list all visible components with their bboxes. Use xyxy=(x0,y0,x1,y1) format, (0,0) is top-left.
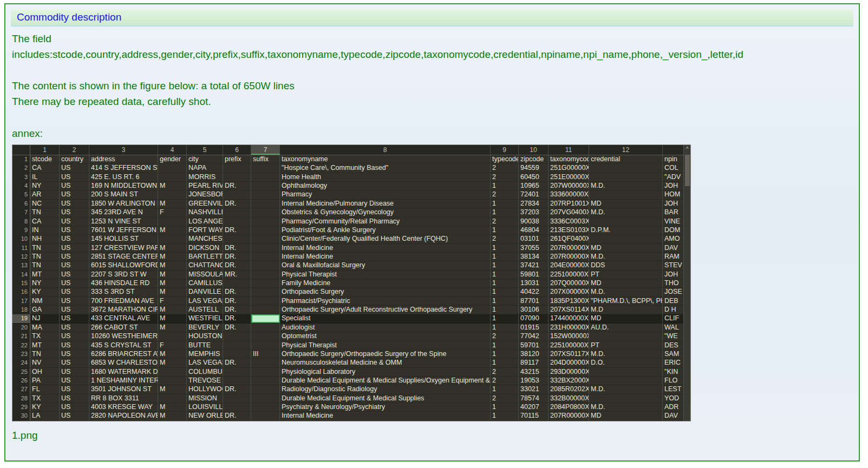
cell: 293D00000X xyxy=(549,368,589,376)
cell xyxy=(589,377,663,385)
cell: US xyxy=(60,403,89,411)
cell xyxy=(223,235,251,243)
cell: DES xyxy=(663,341,683,350)
cell: AMO xyxy=(663,235,683,243)
cell xyxy=(589,394,663,403)
cell: Audiologist xyxy=(280,324,491,332)
cell: F xyxy=(158,297,187,305)
cell: HOUSTON xyxy=(187,332,223,340)
cell xyxy=(158,394,187,403)
sheet-row: 19NJUS433 CENTRAL AVEMWESTFIELDDR.Specia… xyxy=(12,314,683,323)
cell: WAL xyxy=(663,324,683,332)
row-number: 2 xyxy=(12,164,30,172)
cell: BARTLETT xyxy=(187,253,223,261)
cell: taxonomyname xyxy=(280,155,491,163)
cell: 27834 xyxy=(519,200,549,208)
description-line-4: There may be repeated data, carefully sh… xyxy=(12,94,853,109)
cell xyxy=(158,377,187,385)
cell: Internal Medicine xyxy=(280,253,491,261)
row-number: 7 xyxy=(12,208,30,216)
row-number: 22 xyxy=(12,341,30,350)
sheet-row: 17NMUS700 FRIEDMAN AVEFLAS VEGASDR.Pharm… xyxy=(12,297,683,306)
sheet-body: 1stcodecountryaddressgendercityprefixsuf… xyxy=(12,155,683,421)
cell: IN xyxy=(30,226,60,234)
cell: MANCHESTER xyxy=(187,235,223,243)
cell: country xyxy=(60,155,89,163)
column-number: 10 xyxy=(519,145,549,155)
cell: TN xyxy=(30,350,60,358)
cell xyxy=(251,314,280,322)
cell: NY xyxy=(30,182,60,190)
cell xyxy=(251,253,280,261)
cell: M.D. xyxy=(589,385,663,393)
cell xyxy=(223,350,251,358)
cell: 40422 xyxy=(519,288,549,296)
cell: 10260 WESTHEIMER RD xyxy=(89,332,158,340)
cell xyxy=(589,190,663,199)
cell: 30106 xyxy=(519,306,549,314)
cell: MD xyxy=(589,279,663,287)
row-number: 13 xyxy=(12,261,30,269)
sheet-row: 5ARUS200 S MAIN STJONESBOROPharmacy27240… xyxy=(12,190,683,199)
cell: 10965 xyxy=(519,182,549,190)
cell: 87701 xyxy=(519,297,549,305)
cell: NH xyxy=(30,235,60,243)
cell: 1 xyxy=(491,244,519,252)
viewport: Commodity description The field includes… xyxy=(0,0,868,468)
cell: 435 S CRYSTAL ST xyxy=(89,341,158,350)
cell xyxy=(251,288,280,296)
cell: 1 xyxy=(491,297,519,305)
cell: credential xyxy=(589,155,663,163)
cell: NM xyxy=(30,297,60,305)
cell: US xyxy=(60,412,89,420)
cell: 414 S JEFFERSON ST xyxy=(89,164,158,172)
cell: "Hospice Care\, Community Based" xyxy=(280,164,491,172)
cell: 1680 WATERMARK DR xyxy=(89,368,158,376)
cell xyxy=(251,324,280,332)
cell: US xyxy=(60,164,89,172)
cell: 251E00000X xyxy=(549,173,589,181)
cell: TX xyxy=(30,332,60,340)
cell: Oral & Maxillofacial Surgery xyxy=(280,261,491,269)
row-number: 9 xyxy=(12,226,30,234)
cell xyxy=(223,403,251,411)
cell: 2 xyxy=(491,235,519,243)
cell: DR. xyxy=(223,297,251,305)
page: Commodity description The field includes… xyxy=(4,3,860,462)
cell: TN xyxy=(30,208,60,216)
cell: 46804 xyxy=(519,226,549,234)
cell: US xyxy=(60,253,89,261)
column-number: 6 xyxy=(223,145,251,155)
sheet-row: 1stcodecountryaddressgendercityprefixsuf… xyxy=(12,155,683,164)
cell: 2 xyxy=(491,164,519,172)
cell: 89117 xyxy=(519,359,549,367)
cell: 204D00000X xyxy=(549,359,589,367)
sheet-row: 18GAUS3672 MARATHON CIRMAUSTELLDR.Orthop… xyxy=(12,306,683,314)
cell xyxy=(251,235,280,243)
cell: GA xyxy=(30,306,60,314)
cell: Optometrist xyxy=(280,332,491,340)
cell: PEARL RIVER xyxy=(187,182,223,190)
cell: AUSTELL xyxy=(187,306,223,314)
cell xyxy=(251,279,280,287)
cell: M.D. xyxy=(589,208,663,216)
cell: DEB xyxy=(663,297,683,305)
cell: M xyxy=(158,261,187,269)
cell: Physiological Laboratory xyxy=(280,368,491,376)
cell xyxy=(251,173,280,181)
sheet-row: 2CAUS414 S JEFFERSON STNAPA"Hospice Care… xyxy=(12,164,683,173)
cell: US xyxy=(60,288,89,296)
cell: 1 xyxy=(491,350,519,358)
title-bar: Commodity description xyxy=(11,9,853,27)
cell: Neuromusculoskeletal Medicine & OMM xyxy=(280,359,491,367)
cell: 332BX2000X xyxy=(549,377,589,385)
column-number xyxy=(663,145,683,155)
row-number: 28 xyxy=(12,394,30,403)
sheet-row: 11TNUS127 CRESTVIEW PARK DRMDICKSONDR.In… xyxy=(12,244,683,253)
row-number: 8 xyxy=(12,217,30,226)
spreadsheet-image: 123456789101112 1stcodecountryaddressgen… xyxy=(12,144,691,421)
cell: US xyxy=(60,200,89,208)
cell xyxy=(589,217,663,226)
sheet-row: 16KYUS333 S 3RD STMDANVILLEDR.Orthopaedi… xyxy=(12,288,683,296)
description: The field includes:stcode,country,addres… xyxy=(12,31,853,109)
